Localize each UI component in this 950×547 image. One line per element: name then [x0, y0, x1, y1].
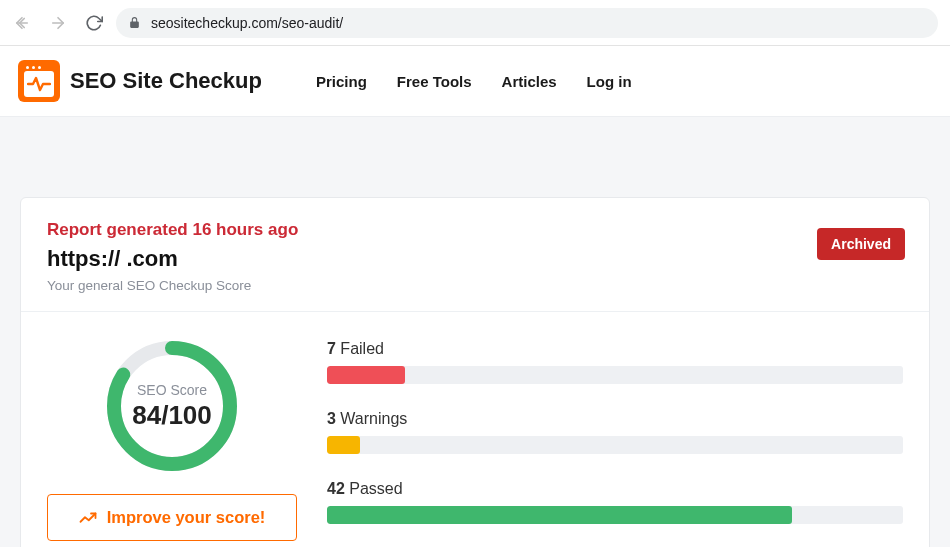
report-header: Report generated 16 hours ago https:// .… [21, 198, 929, 312]
warnings-label: Warnings [340, 410, 407, 427]
passed-bar [327, 506, 903, 524]
nav-pricing[interactable]: Pricing [316, 73, 367, 90]
report-generated: Report generated 16 hours ago [47, 220, 903, 240]
seo-score-gauge: SEO Score 84/100 [102, 336, 242, 476]
report-subtitle: Your general SEO Checkup Score [47, 278, 903, 293]
score-column: SEO Score 84/100 Improve your score! [47, 336, 297, 541]
brand-logo-icon [18, 60, 60, 102]
metric-warnings: 3 Warnings [327, 410, 903, 454]
brand-name: SEO Site Checkup [70, 68, 262, 94]
nav-login[interactable]: Log in [587, 73, 632, 90]
browser-nav-icons [12, 13, 104, 33]
nav-articles[interactable]: Articles [502, 73, 557, 90]
site-header: SEO Site Checkup Pricing Free Tools Arti… [0, 46, 950, 117]
forward-icon[interactable] [48, 13, 68, 33]
failed-label: Failed [340, 340, 384, 357]
trend-up-icon [79, 511, 97, 525]
improve-score-button[interactable]: Improve your score! [47, 494, 297, 541]
nav-free-tools[interactable]: Free Tools [397, 73, 472, 90]
warnings-count: 3 [327, 410, 336, 427]
passed-count: 42 [327, 480, 345, 497]
archived-badge: Archived [817, 228, 905, 260]
improve-score-label: Improve your score! [107, 508, 266, 527]
brand[interactable]: SEO Site Checkup [18, 60, 262, 102]
metric-passed: 42 Passed [327, 480, 903, 524]
metrics-column: 7 Failed 3 Warnings [327, 336, 903, 524]
nav-links: Pricing Free Tools Articles Log in [316, 73, 632, 90]
address-bar-url: seositecheckup.com/seo-audit/ [151, 15, 343, 31]
report-url: https:// .com [47, 246, 903, 272]
metric-failed: 7 Failed [327, 340, 903, 384]
browser-chrome: seositecheckup.com/seo-audit/ [0, 0, 950, 46]
back-icon[interactable] [12, 13, 32, 33]
lock-icon [128, 16, 141, 29]
address-bar[interactable]: seositecheckup.com/seo-audit/ [116, 8, 938, 38]
passed-label: Passed [349, 480, 402, 497]
seo-score-label: SEO Score [137, 382, 207, 398]
failed-bar [327, 366, 903, 384]
report-card: Report generated 16 hours ago https:// .… [20, 197, 930, 547]
page-wrap: Report generated 16 hours ago https:// .… [0, 117, 950, 547]
report-body: SEO Score 84/100 Improve your score! 7 F… [21, 312, 929, 547]
failed-count: 7 [327, 340, 336, 357]
reload-icon[interactable] [84, 13, 104, 33]
seo-score-value: 84/100 [132, 400, 212, 431]
warnings-bar [327, 436, 903, 454]
